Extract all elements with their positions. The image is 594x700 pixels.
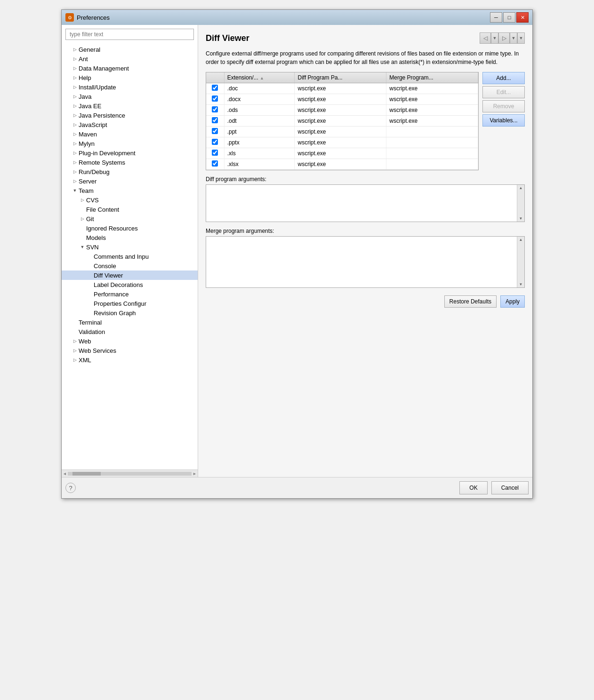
tree-arrow-web-services: ▷: [71, 347, 79, 354]
table-section: Extension/... ▲ Diff Program Pa... Merge…: [206, 72, 525, 170]
tree-label-help: Help: [79, 74, 91, 81]
cancel-button[interactable]: Cancel: [491, 481, 529, 494]
restore-defaults-button[interactable]: Restore Defaults: [444, 295, 497, 308]
row-diff-7: wscript.exe: [295, 159, 386, 170]
sidebar-item-git[interactable]: ▷Git: [62, 214, 198, 223]
tree-label-properties-config: Properties Configur: [94, 300, 146, 307]
back-dropdown[interactable]: ▼: [491, 32, 498, 44]
sidebar-item-terminal[interactable]: Terminal: [62, 318, 198, 327]
diff-args-scrollbar[interactable]: ▲ ▼: [517, 185, 524, 222]
sidebar-item-ignored-resources[interactable]: Ignored Resources: [62, 223, 198, 233]
remove-button[interactable]: Remove: [482, 100, 525, 112]
sidebar-item-revision-graph[interactable]: Revision Graph: [62, 308, 198, 318]
diff-args-input[interactable]: [206, 185, 517, 222]
sidebar-item-diff-viewer[interactable]: Diff Viewer: [62, 270, 198, 280]
back-button[interactable]: ◁: [480, 32, 491, 44]
edit-button[interactable]: Edit...: [482, 86, 525, 98]
merge-scroll-up-arrow[interactable]: ▲: [519, 238, 523, 242]
col-extension[interactable]: Extension/... ▲: [224, 72, 295, 83]
table-row[interactable]: .xlswscript.exe: [206, 148, 478, 159]
row-checkbox-5[interactable]: [212, 139, 218, 145]
sidebar-item-cvs[interactable]: ▷CVS: [62, 195, 198, 205]
merge-args-scrollbar[interactable]: ▲ ▼: [517, 237, 524, 287]
content-area: ▷General▷Ant▷Data Management▷Help▷Instal…: [62, 25, 532, 477]
sidebar-item-performance[interactable]: Performance: [62, 289, 198, 299]
sidebar-item-maven[interactable]: ▷Maven: [62, 129, 198, 139]
forward-dropdown[interactable]: ▼: [510, 32, 517, 44]
table-row[interactable]: .pptxwscript.exe: [206, 137, 478, 148]
table-row[interactable]: .pptwscript.exe: [206, 127, 478, 137]
horizontal-scrollbar[interactable]: ◄ ►: [62, 469, 198, 477]
tree-label-team: Team: [79, 187, 94, 194]
maximize-button[interactable]: □: [503, 12, 515, 23]
row-diff-3: wscript.exe: [295, 116, 386, 127]
sidebar-item-plugin-dev[interactable]: ▷Plug-in Development: [62, 148, 198, 158]
row-checkbox-2[interactable]: [212, 106, 218, 112]
table-row[interactable]: .xlsxwscript.exe: [206, 159, 478, 170]
sidebar-item-file-content[interactable]: File Content: [62, 205, 198, 214]
sidebar-item-web-services[interactable]: ▷Web Services: [62, 346, 198, 355]
row-checkbox-1[interactable]: [212, 95, 218, 102]
sidebar-item-java-persistence[interactable]: ▷Java Persistence: [62, 111, 198, 120]
help-button[interactable]: ?: [65, 483, 76, 493]
row-checkbox-7[interactable]: [212, 160, 218, 167]
sidebar-item-general[interactable]: ▷General: [62, 45, 198, 54]
sidebar-item-java-ee[interactable]: ▷Java EE: [62, 101, 198, 111]
history-dropdown[interactable]: ▼: [517, 32, 525, 44]
sidebar-item-server[interactable]: ▷Server: [62, 176, 198, 186]
tree-arrow-remote-systems: ▷: [71, 159, 79, 166]
sidebar-item-help[interactable]: ▷Help: [62, 73, 198, 82]
extensions-table: Extension/... ▲ Diff Program Pa... Merge…: [206, 72, 478, 170]
row-merge-1: wscript.exe: [386, 94, 478, 105]
tree-label-java-persistence: Java Persistence: [79, 112, 125, 119]
sidebar-item-data-management[interactable]: ▷Data Management: [62, 64, 198, 73]
sidebar-item-ant[interactable]: ▷Ant: [62, 54, 198, 64]
row-merge-6: [386, 148, 478, 159]
close-button[interactable]: ✕: [516, 12, 529, 23]
tree-label-install-update: Install/Update: [79, 84, 116, 91]
row-checkbox-6[interactable]: [212, 150, 218, 156]
merge-args-box[interactable]: ▲ ▼: [206, 236, 525, 288]
diff-args-box[interactable]: ▲ ▼: [206, 184, 525, 222]
row-checkbox-3[interactable]: [212, 117, 218, 123]
row-checkbox-4[interactable]: [212, 128, 218, 134]
sidebar-item-properties-config[interactable]: Properties Configur: [62, 299, 198, 308]
sidebar-item-console[interactable]: Console: [62, 261, 198, 270]
ok-button[interactable]: OK: [459, 481, 487, 494]
table-row[interactable]: .odtwscript.exewscript.exe: [206, 116, 478, 127]
sidebar-item-remote-systems[interactable]: ▷Remote Systems: [62, 158, 198, 167]
table-row[interactable]: .docwscript.exewscript.exe: [206, 83, 478, 94]
add-button[interactable]: Add...: [482, 72, 525, 84]
tree-label-java: Java: [79, 93, 91, 100]
row-extension-3: .odt: [224, 116, 295, 127]
sidebar-item-label-decorations[interactable]: Label Decorations: [62, 280, 198, 289]
filter-input[interactable]: [65, 29, 194, 40]
sidebar-item-web[interactable]: ▷Web: [62, 336, 198, 346]
apply-button[interactable]: Apply: [500, 295, 525, 308]
variables-button[interactable]: Variables...: [482, 114, 525, 127]
sidebar-item-install-update[interactable]: ▷Install/Update: [62, 82, 198, 92]
sidebar-item-run-debug[interactable]: ▷Run/Debug: [62, 167, 198, 176]
sidebar-item-javascript[interactable]: ▷JavaScript: [62, 120, 198, 129]
merge-scroll-down-arrow[interactable]: ▼: [519, 282, 523, 286]
table-wrapper: Extension/... ▲ Diff Program Pa... Merge…: [206, 72, 479, 170]
col-merge-program[interactable]: Merge Program...: [386, 72, 478, 83]
sidebar-item-mylyn[interactable]: ▷Mylyn: [62, 139, 198, 148]
table-row[interactable]: .odswscript.exewscript.exe: [206, 105, 478, 116]
minimize-button[interactable]: ─: [490, 12, 502, 23]
scroll-down-arrow[interactable]: ▼: [519, 216, 523, 221]
sidebar-item-comments-input[interactable]: Comments and Inpu: [62, 252, 198, 261]
row-checkbox-0[interactable]: [212, 85, 218, 91]
sidebar-item-svn[interactable]: ▼SVN: [62, 242, 198, 252]
forward-button[interactable]: ▷: [498, 32, 510, 44]
sidebar-item-team[interactable]: ▼Team: [62, 186, 198, 195]
table-row[interactable]: .docxwscript.exewscript.exe: [206, 94, 478, 105]
tree-arrow-maven: ▷: [71, 130, 79, 138]
merge-args-input[interactable]: [206, 237, 517, 287]
sidebar-item-xml[interactable]: ▷XML: [62, 355, 198, 365]
scroll-up-arrow[interactable]: ▲: [519, 186, 523, 190]
sidebar-item-models[interactable]: Models: [62, 233, 198, 242]
sidebar-item-validation[interactable]: Validation: [62, 327, 198, 336]
col-diff-program[interactable]: Diff Program Pa...: [295, 72, 386, 83]
sidebar-item-java[interactable]: ▷Java: [62, 92, 198, 101]
